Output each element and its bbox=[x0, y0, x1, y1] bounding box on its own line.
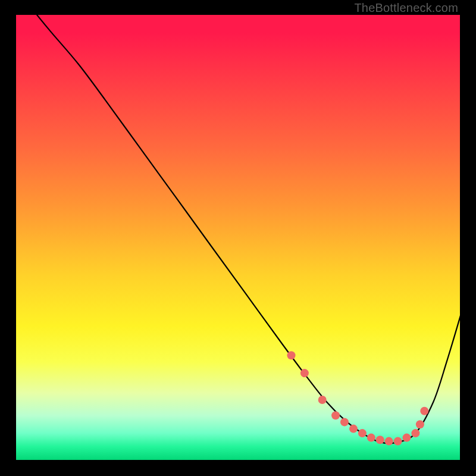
highlight-dot bbox=[318, 396, 327, 404]
highlight-dot bbox=[367, 434, 375, 442]
highlight-dot bbox=[376, 436, 384, 444]
highlight-dot bbox=[420, 407, 428, 415]
highlight-dot bbox=[358, 429, 367, 437]
highlight-dot bbox=[394, 437, 402, 446]
highlight-dots-group bbox=[287, 351, 429, 445]
highlight-dot bbox=[385, 437, 393, 446]
attribution-text: TheBottleneck.com bbox=[354, 1, 458, 15]
highlight-dot bbox=[416, 420, 424, 428]
highlight-dot bbox=[411, 429, 419, 437]
highlight-dot bbox=[403, 434, 411, 442]
chart-svg bbox=[16, 15, 460, 460]
highlight-dot bbox=[349, 425, 358, 433]
highlight-dot bbox=[331, 411, 340, 419]
highlight-dot bbox=[300, 369, 309, 377]
highlight-dot bbox=[340, 418, 349, 426]
bottleneck-curve bbox=[16, 0, 461, 443]
highlight-dot bbox=[287, 351, 296, 359]
chart-frame: TheBottleneck.com bbox=[0, 0, 476, 476]
